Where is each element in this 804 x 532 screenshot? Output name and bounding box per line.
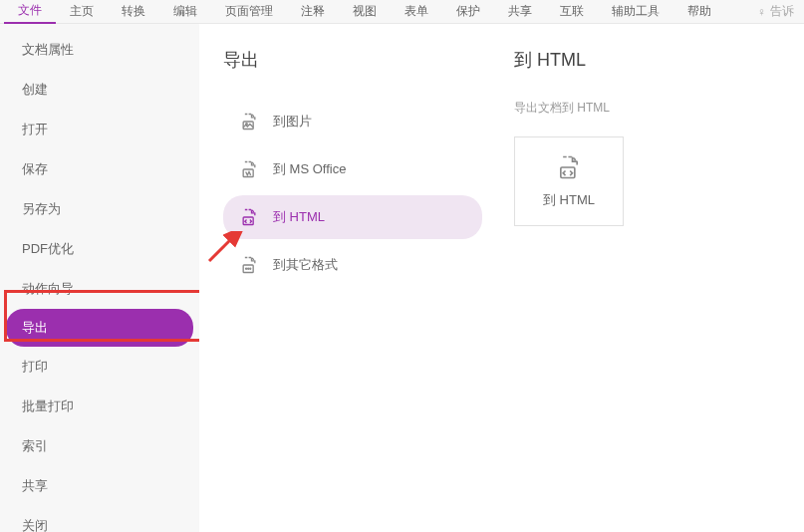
export-option-image[interactable]: 到图片 <box>223 100 482 143</box>
tab-page-manage[interactable]: 页面管理 <box>211 0 287 23</box>
export-option-msoffice[interactable]: 到 MS Office <box>223 147 482 191</box>
sidebar-item-label: 动作向导 <box>22 280 74 298</box>
file-html-icon <box>239 207 259 227</box>
sidebar-item-save[interactable]: 保存 <box>0 149 199 189</box>
tab-view[interactable]: 视图 <box>339 0 391 23</box>
export-option-html[interactable]: 到 HTML <box>223 195 482 239</box>
export-to-html-button[interactable]: 到 HTML <box>514 136 624 226</box>
tab-tools[interactable]: 辅助工具 <box>598 0 673 23</box>
sidebar-item-saveas[interactable]: 另存为 <box>0 189 199 229</box>
svg-point-8 <box>250 268 251 269</box>
export-option-label: 到 HTML <box>273 208 325 226</box>
tab-share[interactable]: 共享 <box>494 0 546 23</box>
export-detail-panel: 到 HTML 导出文档到 HTML 到 HTML <box>498 24 804 532</box>
sidebar-item-pdf-optimize[interactable]: PDF优化 <box>0 229 199 269</box>
file-office-icon <box>239 159 259 179</box>
sidebar-item-label: 创建 <box>22 81 48 99</box>
sidebar-item-label: 导出 <box>22 319 48 337</box>
tell-me-label: 告诉 <box>770 3 794 20</box>
tab-annotate[interactable]: 注释 <box>287 0 339 23</box>
top-toolbar: 文件 主页 转换 编辑 页面管理 注释 视图 表单 保护 共享 互联 辅助工具 … <box>0 0 804 24</box>
file-other-icon <box>239 255 259 275</box>
sidebar-item-export[interactable]: 导出 <box>6 309 193 347</box>
sidebar-item-open[interactable]: 打开 <box>0 110 199 149</box>
bulb-icon: ♀ <box>757 5 766 19</box>
sidebar-item-label: 关闭 <box>22 517 48 532</box>
sidebar-item-close[interactable]: 关闭 <box>0 506 199 532</box>
tab-connect[interactable]: 互联 <box>546 0 598 23</box>
sidebar-item-action-wizard[interactable]: 动作向导 <box>0 269 199 309</box>
sidebar-item-label: 文档属性 <box>22 41 74 59</box>
sidebar-item-label: 另存为 <box>22 200 61 218</box>
tab-protect[interactable]: 保护 <box>442 0 494 23</box>
sidebar-item-label: 共享 <box>22 477 48 495</box>
sidebar-item-share[interactable]: 共享 <box>0 466 199 506</box>
export-option-label: 到 MS Office <box>273 160 346 178</box>
detail-title: 到 HTML <box>514 48 788 72</box>
export-button-label: 到 HTML <box>543 191 595 209</box>
export-option-other[interactable]: 到其它格式 <box>223 243 482 287</box>
svg-point-6 <box>246 268 247 269</box>
export-title: 导出 <box>223 48 482 72</box>
sidebar-item-label: 保存 <box>22 160 48 178</box>
tell-me-search[interactable]: ♀ 告诉 <box>751 3 800 20</box>
tab-help[interactable]: 帮助 <box>673 0 725 23</box>
tab-edit[interactable]: 编辑 <box>159 0 211 23</box>
tab-file[interactable]: 文件 <box>4 0 56 24</box>
tab-convert[interactable]: 转换 <box>108 0 159 23</box>
export-option-label: 到图片 <box>273 113 312 131</box>
sidebar-item-index[interactable]: 索引 <box>0 426 199 466</box>
sidebar-item-label: 索引 <box>22 437 48 455</box>
svg-point-7 <box>248 268 249 269</box>
export-option-label: 到其它格式 <box>273 256 338 274</box>
sidebar-item-label: 打开 <box>22 121 48 138</box>
sidebar-item-label: 打印 <box>22 358 48 376</box>
sidebar-item-print[interactable]: 打印 <box>0 347 199 387</box>
sidebar-item-create[interactable]: 创建 <box>0 70 199 110</box>
sidebar-item-properties[interactable]: 文档属性 <box>0 30 199 70</box>
tab-home[interactable]: 主页 <box>56 0 108 23</box>
detail-description: 导出文档到 HTML <box>514 100 788 117</box>
sidebar-item-batch-print[interactable]: 批量打印 <box>0 387 199 426</box>
sidebar-item-label: PDF优化 <box>22 240 74 258</box>
sidebar-item-label: 批量打印 <box>22 398 74 415</box>
file-sidebar: 文档属性 创建 打开 保存 另存为 PDF优化 动作向导 导出 打印 批量打印 … <box>0 24 199 532</box>
file-html-icon <box>555 153 583 181</box>
file-image-icon <box>239 112 259 132</box>
export-options-panel: 导出 到图片 到 MS Office <box>199 24 498 532</box>
tab-form[interactable]: 表单 <box>391 0 442 23</box>
